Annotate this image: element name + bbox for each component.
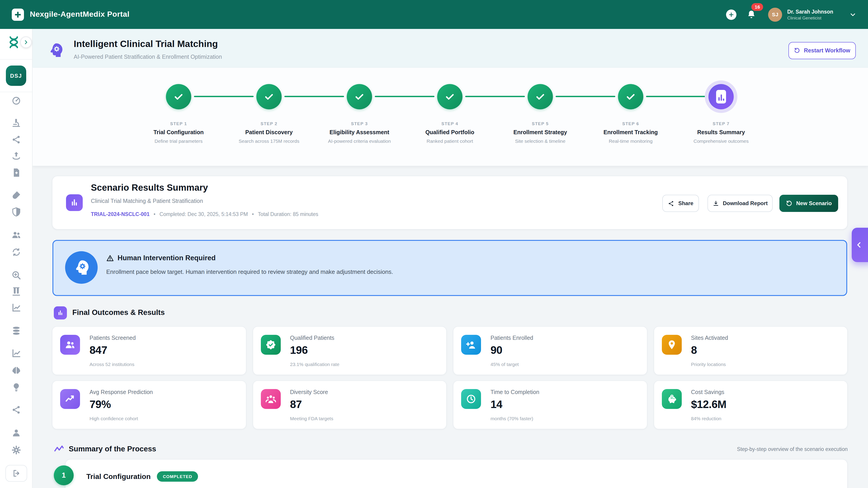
alert-message: Enrollment pace below target. Human inte… <box>106 268 393 275</box>
topbar-actions: 16 SJ Dr. Sarah Johnson Clinical Genetic… <box>726 7 856 22</box>
check-circle-icon <box>256 84 282 109</box>
check-circle-icon <box>528 84 553 109</box>
sidebar-item-users[interactable] <box>11 230 21 240</box>
sidebar-expand-button[interactable] <box>20 37 32 48</box>
workflow-step-7[interactable]: STEP 7Results SummaryComprehensive outco… <box>676 84 766 144</box>
bell-icon <box>747 9 756 20</box>
sidebar-item-file-plus[interactable] <box>11 168 21 177</box>
workflow-step-5[interactable]: STEP 5Enrollment StrategySite selection … <box>495 84 585 144</box>
sidebar-item-upload[interactable] <box>11 151 21 161</box>
side-panel-toggle[interactable] <box>852 228 868 262</box>
user-name: Dr. Sarah Johnson <box>787 9 833 14</box>
brand: Nexgile-AgentMedix Portal <box>12 8 129 21</box>
alert-title: Human Intervention Required <box>118 254 216 262</box>
sidebar-item-diagram[interactable] <box>11 405 21 415</box>
user-role: Clinical Geneticist <box>787 15 833 20</box>
sidebar: DSJ <box>0 29 33 488</box>
sidebar-item-gear[interactable] <box>11 445 21 455</box>
process-step-number: 1 <box>54 465 74 485</box>
sidebar-item-vial[interactable] <box>11 190 21 200</box>
sidebar-item-chart-line[interactable] <box>11 348 21 358</box>
sidebar-item-brain[interactable] <box>11 365 21 376</box>
check-circle-icon <box>437 84 463 109</box>
sidebar-item-lightbulb[interactable] <box>11 382 21 392</box>
workflow-step-6[interactable]: STEP 6Enrollment TrackingReal-time monit… <box>585 84 676 144</box>
alert-title-row: Human Intervention Required <box>106 254 216 262</box>
add-icon[interactable] <box>726 9 737 20</box>
sidebar-item-chart-line[interactable] <box>11 303 21 313</box>
sidebar-item-user[interactable] <box>11 428 21 438</box>
check-circle-icon <box>347 84 372 109</box>
logout-icon <box>12 469 21 478</box>
check-circle-icon <box>618 84 643 109</box>
app-window: Nexgile-AgentMedix Portal 16 SJ Dr. Sara… <box>0 0 868 488</box>
workflow-step-2[interactable]: STEP 2Patient DiscoverySearch across 175… <box>224 84 314 144</box>
check-circle-icon <box>166 84 191 109</box>
sidebar-badge-row: DSJ <box>0 60 32 92</box>
medical-cross-logo-icon <box>12 8 24 21</box>
sidebar-item-share-nodes[interactable] <box>11 135 21 144</box>
chevron-left-icon <box>855 241 863 249</box>
sidebar-header <box>0 29 32 60</box>
sidebar-item-search-plus[interactable] <box>11 270 21 280</box>
avatar[interactable]: SJ <box>768 7 782 22</box>
notification-badge: 16 <box>752 3 763 11</box>
topbar: Nexgile-AgentMedix Portal 16 SJ Dr. Sara… <box>0 0 868 29</box>
workflow-step-4[interactable]: STEP 4Qualified PortfolioRanked patient … <box>405 84 495 144</box>
workflow-step-1[interactable]: STEP 1Trial ConfigurationDefine trial pa… <box>133 84 224 144</box>
user-menu[interactable]: Dr. Sarah Johnson Clinical Geneticist <box>787 9 833 20</box>
sidebar-item-gauge[interactable] <box>11 95 21 105</box>
sidebar-item-vials[interactable] <box>11 287 21 296</box>
human-intervention-alert: Human Intervention Required Enrollment p… <box>53 240 847 296</box>
dna-logo-icon <box>7 35 21 49</box>
sidebar-item-sync[interactable] <box>11 247 21 257</box>
logout-button[interactable] <box>5 465 27 482</box>
sidebar-item-microscope[interactable] <box>11 118 21 128</box>
user-badge[interactable]: DSJ <box>6 66 26 86</box>
sidebar-item-database[interactable] <box>11 326 21 336</box>
sidebar-item-shield[interactable] <box>11 207 21 217</box>
results-chart-icon <box>708 84 734 109</box>
chevron-down-icon[interactable] <box>849 11 856 18</box>
warning-icon <box>106 254 114 262</box>
brain-head-alert-icon <box>65 251 98 284</box>
notifications-button[interactable]: 16 <box>747 9 756 20</box>
workflow-step-3[interactable]: STEP 3Eligibility AssessmentAI-powered c… <box>314 84 405 144</box>
app-title: Nexgile-AgentMedix Portal <box>30 10 129 19</box>
